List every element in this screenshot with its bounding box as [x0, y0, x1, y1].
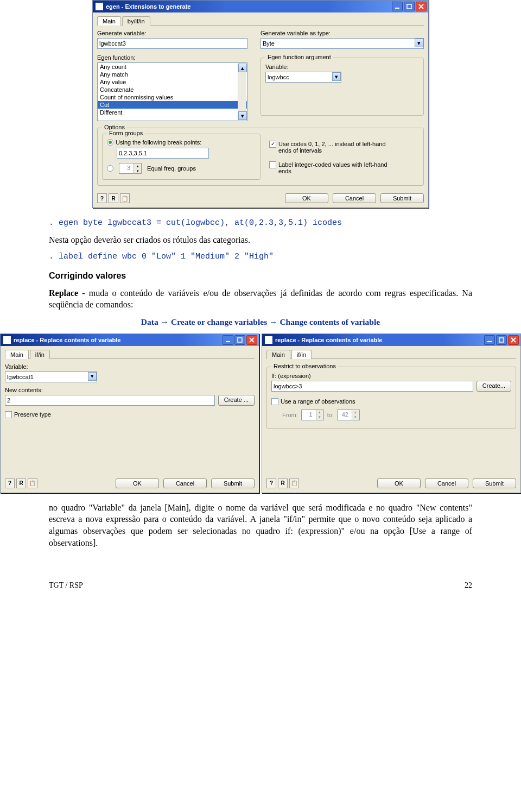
restrict-group-title: Restrict to observations	[271, 363, 338, 369]
close-button[interactable]	[246, 335, 257, 345]
maximize-button[interactable]	[404, 2, 415, 11]
minimize-button[interactable]	[392, 2, 403, 11]
svg-rect-0	[395, 8, 399, 9]
var-select[interactable]: ▾	[5, 372, 97, 382]
spin-up-icon[interactable]: ▴	[134, 163, 141, 168]
copy-icon[interactable]: 📋	[289, 479, 299, 488]
chevron-down-icon: ▾	[88, 372, 97, 381]
egen-title-icon	[96, 3, 103, 10]
spin-up-icon[interactable]: ▴	[352, 410, 359, 415]
help-icon[interactable]: ?	[266, 479, 276, 488]
spin-down-icon[interactable]: ▾	[134, 168, 141, 173]
ok-button[interactable]: OK	[377, 479, 421, 488]
tab-main[interactable]: Main	[266, 350, 290, 359]
ok-button[interactable]: OK	[116, 479, 159, 488]
chk-preserve[interactable]: Preserve type	[5, 411, 255, 418]
new-contents-input[interactable]	[5, 395, 215, 406]
scroll-up-icon[interactable]: ▴	[238, 64, 247, 72]
radio-breakpoints[interactable]: Using the following break points:	[107, 139, 201, 146]
chk-range-label: Use a range of observations	[281, 398, 355, 405]
list-item-selected[interactable]: Cut	[98, 101, 247, 109]
replace-main-titlebar[interactable]: replace - Replace contents of variable	[1, 334, 259, 346]
arg-var-select[interactable]: ▾	[265, 72, 341, 83]
to-spinner[interactable]: 42 ▴▾	[337, 410, 360, 420]
egen-titlebar[interactable]: egen - Extensions to generate	[93, 1, 428, 12]
help-icon[interactable]: ?	[5, 479, 15, 488]
chk-usecodes-label: Use codes 0, 1, 2, ... instead of left-h…	[278, 141, 398, 154]
svg-rect-1	[407, 4, 411, 9]
paragraph: no quadro "Variable" da janela [Main], d…	[49, 502, 472, 549]
copy-icon[interactable]: 📋	[28, 479, 37, 488]
radio-eqfreq[interactable]: 3 ▴▾ Equal freq. groups	[107, 163, 196, 174]
replace-strong: Replace	[49, 288, 78, 298]
list-item[interactable]: Count of nonmissing values	[98, 93, 247, 101]
cancel-button[interactable]: Cancel	[333, 193, 376, 203]
tab-main[interactable]: Main	[5, 350, 29, 359]
reset-icon[interactable]: R	[278, 479, 288, 488]
genvar-input[interactable]	[97, 38, 247, 49]
submit-button[interactable]: Submit	[473, 479, 516, 488]
new-label: New contents:	[5, 387, 255, 393]
help-icon[interactable]: ?	[97, 193, 107, 203]
cancel-button[interactable]: Cancel	[425, 479, 468, 488]
genvarastype-label: Generate variable as type:	[260, 30, 424, 36]
paragraph: Replace - muda o conteúdo de variáveis e…	[49, 287, 472, 311]
reset-icon[interactable]: R	[109, 193, 118, 203]
svg-rect-2	[226, 341, 230, 342]
submit-button[interactable]: Submit	[211, 479, 255, 488]
copy-icon[interactable]: 📋	[120, 193, 130, 203]
chk-usecodes[interactable]: ✓ Use codes 0, 1, 2, ... instead of left…	[269, 141, 398, 154]
scrollbar[interactable]: ▴ ▾	[238, 64, 246, 120]
tab-ifin[interactable]: if/in	[30, 350, 50, 359]
reset-icon[interactable]: R	[16, 479, 26, 488]
minimize-button[interactable]	[223, 335, 233, 345]
tab-byifin[interactable]: by/if/in	[122, 16, 150, 26]
ifexpr-label: If: (expression)	[271, 373, 511, 379]
chk-labelint[interactable]: Label integer-coded values with left-han…	[269, 161, 398, 174]
maximize-button[interactable]	[234, 335, 245, 345]
list-item[interactable]: Any value	[98, 78, 247, 86]
close-button[interactable]	[508, 335, 519, 345]
breakpoints-input[interactable]	[117, 148, 209, 159]
svg-rect-5	[499, 338, 504, 342]
from-spinner[interactable]: 1 ▴▾	[301, 410, 324, 420]
replace-main-dialog: replace - Replace contents of variable M…	[0, 333, 259, 493]
page-footer: TGT / RSP 22	[49, 581, 472, 590]
egenfunc-listbox[interactable]: Any count Any match Any value Concatenat…	[97, 62, 247, 121]
formgroups-group: Form groups Using the following break po…	[102, 134, 260, 180]
chevron-down-icon: ▾	[332, 72, 341, 81]
replace-ifin-title: replace - Replace contents of variable	[275, 337, 382, 343]
eqfreq-spinner[interactable]: 3 ▴▾	[119, 163, 142, 174]
genvar-label: Generate variable:	[97, 30, 247, 36]
maximize-button[interactable]	[496, 335, 507, 345]
egen-dialog: egen - Extensions to generate Main by/if…	[92, 0, 429, 208]
create-button[interactable]: Create...	[476, 381, 511, 392]
arg-var-label: Variable:	[265, 64, 419, 70]
heading-corrigindo: Corrigindo valores	[49, 270, 472, 282]
close-button[interactable]	[416, 2, 427, 11]
paragraph: Nesta opção deverão ser criados os rótul…	[49, 234, 472, 246]
tab-main[interactable]: Main	[97, 16, 121, 26]
svg-rect-4	[487, 341, 492, 342]
replace-main-title: replace - Replace contents of variable	[14, 337, 120, 343]
minimize-button[interactable]	[484, 335, 495, 345]
replace-ifin-titlebar[interactable]: replace - Replace contents of variable	[262, 334, 520, 346]
ifexpr-input[interactable]	[271, 381, 473, 392]
spin-down-icon[interactable]: ▾	[352, 415, 359, 420]
list-item[interactable]: Concatenate	[98, 86, 247, 93]
cancel-button[interactable]: Cancel	[163, 479, 207, 488]
chevron-down-icon: ▾	[415, 39, 423, 47]
create-button[interactable]: Create ...	[218, 395, 255, 406]
scroll-down-icon[interactable]: ▾	[238, 111, 247, 120]
genvarastype-select[interactable]: ▾	[260, 38, 424, 49]
list-item[interactable]: Any count	[98, 63, 247, 71]
code-line-2: . label define wbc 0 "Low" 1 "Medium" 2 …	[49, 251, 472, 262]
submit-button[interactable]: Submit	[380, 193, 424, 203]
chk-range[interactable]: Use a range of observations	[271, 398, 355, 405]
list-item[interactable]: Different	[98, 109, 247, 116]
ok-button[interactable]: OK	[285, 193, 328, 203]
list-item[interactable]: Any match	[98, 71, 247, 78]
spin-up-icon[interactable]: ▴	[316, 410, 323, 415]
tab-ifin[interactable]: if/in	[291, 350, 312, 359]
spin-down-icon[interactable]: ▾	[316, 415, 323, 420]
